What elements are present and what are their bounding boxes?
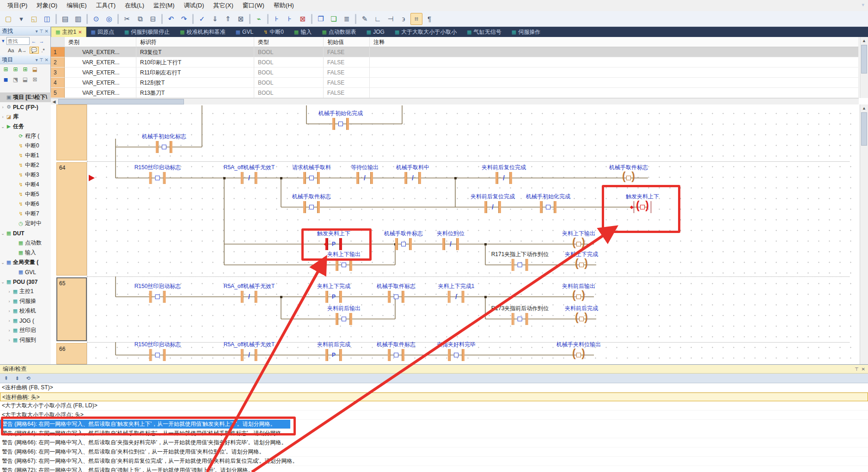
tree-item[interactable]: ↯ 中断4 bbox=[0, 180, 51, 190]
ladder-element[interactable]: R150丝印启动标志 bbox=[134, 340, 181, 361]
tree-item[interactable]: ▦ 点动数 bbox=[0, 238, 51, 248]
ladder-element[interactable]: R150丝印启动标志 bbox=[134, 163, 181, 184]
tree-item[interactable]: ⌄ ▶ 任务 bbox=[0, 122, 51, 131]
ladder-element[interactable]: 机械手初始化完成 bbox=[526, 192, 570, 213]
ladder-element[interactable]: 机械手取件标志 bbox=[377, 282, 416, 303]
type-cell[interactable]: BOOL bbox=[254, 78, 324, 88]
message-row[interactable]: <大于大取大小于小取小浮点: 头> bbox=[0, 411, 868, 420]
ladder-element[interactable]: R5A_off机械手无效T bbox=[224, 340, 275, 361]
type-cell[interactable]: BOOL bbox=[254, 57, 324, 67]
scroll-up-icon[interactable]: ▲ bbox=[860, 104, 868, 111]
menu-item[interactable]: 工具(T) bbox=[91, 0, 120, 11]
tree-expander-icon[interactable]: ⌄ bbox=[0, 280, 6, 284]
grid-mode-toggle-icon[interactable]: ⌗ bbox=[410, 13, 422, 25]
regex-toggle[interactable]: .* bbox=[40, 47, 46, 54]
ladder-element[interactable]: 夹料前后输出 bbox=[562, 282, 595, 303]
ladder-element[interactable]: 机械手取件标志 bbox=[609, 163, 648, 184]
row-number-cell[interactable]: 1 bbox=[51, 47, 65, 57]
clear-plc-icon[interactable]: ⊠ bbox=[235, 13, 247, 25]
comment-cell[interactable] bbox=[370, 47, 859, 57]
column-header[interactable]: 注释 bbox=[370, 37, 859, 47]
ladder-element[interactable]: R150丝印启动标志 bbox=[134, 282, 181, 303]
menu-item[interactable]: 在线(L) bbox=[120, 0, 149, 11]
find-in-files-icon[interactable]: ◎ bbox=[103, 13, 115, 25]
tree-item[interactable]: ↯ 中断5 bbox=[0, 190, 51, 199]
document-tab[interactable]: ▦ 点动数据表 bbox=[318, 27, 362, 37]
menu-item[interactable]: 帮助(H) bbox=[269, 0, 299, 11]
tree-item[interactable]: ⌄ ▦ 全局变量 ( bbox=[0, 257, 51, 267]
column-header[interactable]: 初始值 bbox=[324, 37, 370, 47]
ladder-element[interactable]: 夹料上下输出 bbox=[562, 229, 595, 250]
table-vertical-scrollbar[interactable]: ▲ bbox=[860, 37, 868, 98]
panel-close-icon[interactable]: ✕ bbox=[45, 29, 49, 34]
ladder-element[interactable]: R171夹指上下动作到位 bbox=[491, 250, 549, 271]
column-header[interactable]: 类别 bbox=[65, 37, 136, 47]
tree-item[interactable]: ⌄ ▦ POU (307 bbox=[0, 277, 51, 287]
panel-pin-icon[interactable]: ⊤ bbox=[39, 29, 43, 34]
ladder-element[interactable]: 机械手夹料位输出 bbox=[556, 340, 601, 361]
tree-expander-icon[interactable]: › bbox=[0, 115, 6, 119]
type-cell[interactable]: BOOL bbox=[254, 67, 324, 78]
recompile-icon[interactable]: ⟲ bbox=[23, 374, 33, 383]
new-file-icon[interactable]: ▢ bbox=[2, 13, 14, 25]
sep[interactable] bbox=[355, 14, 356, 24]
ladder-element[interactable]: R173夹指前后动作到位 bbox=[491, 304, 549, 325]
tree-item[interactable]: › ▦ 伺服到 bbox=[0, 335, 51, 345]
menu-item[interactable]: 项目(P) bbox=[3, 0, 32, 11]
tree-item[interactable]: ↯ 中断6 bbox=[0, 199, 51, 209]
table-row[interactable]: 3 VAR_EXTER... R11印刷左右行T BOOL FALSE bbox=[51, 67, 859, 78]
row-number-cell[interactable]: 2 bbox=[51, 57, 65, 67]
ladder-element[interactable]: 机械手取料中 bbox=[396, 163, 429, 184]
ladder-element[interactable]: 请求机械手取料 bbox=[292, 163, 331, 184]
ladder-element[interactable]: R5A_off机械手无效T bbox=[224, 282, 275, 303]
cut-icon[interactable]: ✂ bbox=[121, 13, 133, 25]
column-header[interactable]: 类型 bbox=[254, 37, 324, 47]
message-row[interactable]: 警告 (网格64): 在同一网格中写入、然后读取自'触发夹料上下'，从一开始就使… bbox=[0, 420, 290, 429]
ladder-element[interactable]: 夹料前后复位完成 bbox=[482, 163, 526, 184]
ladder-element[interactable]: 机械手取件标志 bbox=[292, 192, 331, 213]
ladder-element[interactable]: 等待位输出 bbox=[351, 163, 379, 184]
document-tab[interactable]: ▦ 回原点 bbox=[86, 27, 120, 37]
print-icon[interactable]: ▥ bbox=[72, 13, 84, 25]
add-program-icon[interactable]: ⊞ bbox=[2, 66, 10, 73]
comment-cell[interactable] bbox=[370, 88, 859, 98]
rung-block[interactable] bbox=[56, 104, 87, 160]
upload-from-plc-icon[interactable]: ⇑ bbox=[222, 13, 234, 25]
search-input[interactable] bbox=[6, 37, 30, 45]
tree-item[interactable]: › ▦ 校准机 bbox=[0, 306, 51, 316]
cut-pou-icon[interactable]: ⬔ bbox=[12, 76, 19, 83]
prev-message-icon[interactable]: ⇞ bbox=[1, 374, 11, 383]
tree-expander-icon[interactable]: ⌄ bbox=[0, 260, 6, 265]
find-next-button[interactable]: → bbox=[38, 38, 45, 44]
save-icon[interactable]: ◫ bbox=[41, 13, 53, 25]
delete-pou-icon[interactable]: ⊠ bbox=[31, 76, 39, 83]
comment-cell[interactable] bbox=[370, 67, 859, 78]
identifier-cell[interactable]: R3复位T bbox=[136, 47, 254, 57]
tree-item[interactable]: ▦ GVL bbox=[0, 267, 51, 277]
message-row[interactable]: 警告 (网格67): 在同一网格中写入、然后读取自'夹料前后复位完成'，从一开始… bbox=[0, 457, 868, 466]
row-number-cell[interactable]: 3 bbox=[51, 67, 65, 78]
ladder-element[interactable]: 夹料前后完成 bbox=[565, 304, 598, 325]
table-row[interactable]: 5 VAR_EXTER... R13墨刀T BOOL FALSE bbox=[51, 88, 859, 98]
document-tab[interactable]: ▦ 主控1 ✕ bbox=[51, 27, 86, 37]
insert-network-after-icon[interactable]: ⊦ bbox=[284, 13, 296, 25]
document-tab[interactable]: ▦ GVL bbox=[232, 27, 259, 37]
sep[interactable] bbox=[192, 14, 194, 24]
insert-coil-icon[interactable]: ϶ bbox=[397, 13, 410, 25]
class-cell[interactable]: VAR_EXTER... bbox=[65, 47, 136, 57]
tree-expander-icon[interactable]: › bbox=[6, 289, 12, 294]
delete-network-icon[interactable]: ⊠ bbox=[297, 13, 309, 25]
tree-item[interactable]: › ▦ 主控1 bbox=[0, 287, 51, 296]
compile-check-icon[interactable]: ✓ bbox=[196, 13, 208, 25]
tree-item[interactable]: › ▦ JOG ( bbox=[0, 316, 51, 325]
scroll-up-icon[interactable]: ▲ bbox=[860, 37, 868, 44]
class-cell[interactable]: VAR_EXTER... bbox=[65, 57, 136, 67]
message-row[interactable]: <连杆曲柄 (FB, ST)> bbox=[0, 383, 868, 392]
rung-number[interactable]: 66 bbox=[59, 346, 65, 352]
next-message-icon[interactable]: ⇟ bbox=[12, 374, 22, 383]
sep[interactable] bbox=[311, 14, 312, 24]
ladder-element[interactable]: 夹指夹好料完毕 bbox=[437, 340, 476, 361]
find-previous-button[interactable]: ← bbox=[31, 38, 37, 44]
search-comments-toggle[interactable]: 💬 bbox=[30, 47, 39, 54]
whole-word-toggle[interactable]: A→ bbox=[17, 47, 28, 54]
